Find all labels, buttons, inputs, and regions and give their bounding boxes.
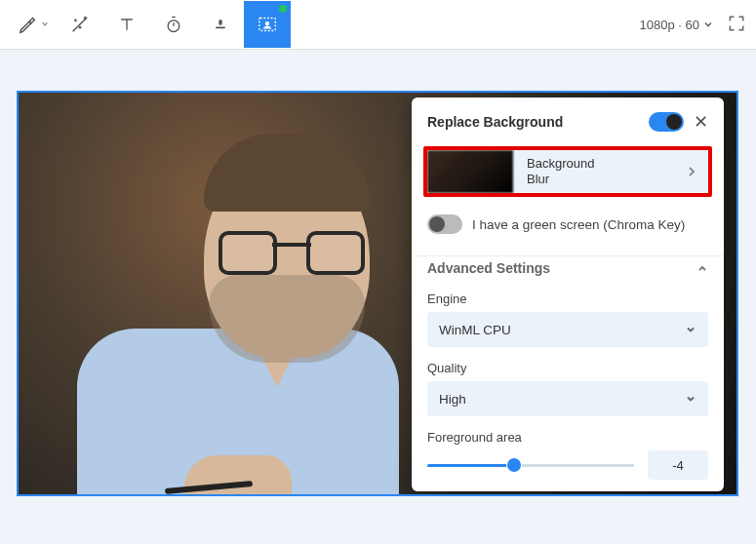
magic-wand-tool[interactable]: [57, 1, 103, 48]
video-preview[interactable]: Replace Background ✕ Background Blur I h…: [17, 91, 738, 496]
resolution-label: 1080p · 60: [640, 18, 699, 32]
fullscreen-button[interactable]: [727, 14, 746, 36]
svg-point-0: [168, 20, 179, 32]
advanced-heading: Advanced Settings: [427, 260, 550, 276]
foreground-slider[interactable]: [427, 456, 634, 474]
panel-title: Replace Background: [427, 114, 639, 130]
foreground-label: Foreground area: [427, 430, 708, 445]
chevron-right-icon: [687, 150, 708, 193]
engine-label: Engine: [427, 291, 708, 306]
background-tool[interactable]: [244, 1, 291, 48]
eyedropper-tool[interactable]: [10, 1, 57, 48]
advanced-settings-header[interactable]: Advanced Settings: [412, 255, 724, 286]
bg-option-line2: Blur: [527, 172, 673, 187]
bg-option-line1: Background: [527, 156, 673, 172]
green-screen-label: I have a green screen (Chroma Key): [472, 217, 685, 232]
svg-point-3: [265, 21, 269, 25]
background-option-row[interactable]: Background Blur: [423, 146, 712, 197]
engine-value: WinML CPU: [439, 323, 511, 337]
svg-rect-1: [216, 27, 225, 29]
engine-select[interactable]: WinML CPU: [427, 312, 708, 347]
resolution-selector[interactable]: 1080p · 60: [640, 18, 713, 32]
chevron-down-icon: [685, 324, 696, 335]
background-thumb: [427, 150, 513, 193]
close-icon[interactable]: ✕: [694, 111, 708, 133]
text-tool[interactable]: [103, 1, 150, 48]
quality-select[interactable]: High: [427, 381, 708, 416]
audio-tool[interactable]: [197, 1, 244, 48]
foreground-value: -4: [648, 450, 708, 480]
green-screen-toggle[interactable]: [427, 214, 462, 234]
quality-label: Quality: [427, 361, 708, 375]
chevron-up-icon: [696, 262, 708, 274]
timer-tool[interactable]: [150, 1, 197, 48]
enable-toggle[interactable]: [649, 112, 684, 132]
chevron-down-icon: [685, 393, 696, 405]
quality-value: High: [439, 392, 466, 407]
preview-person: [48, 124, 399, 496]
replace-background-panel: Replace Background ✕ Background Blur I h…: [412, 97, 724, 491]
